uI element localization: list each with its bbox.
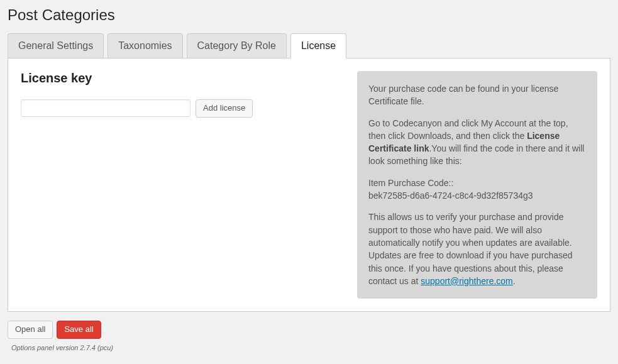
tab-category-by-role[interactable]: Category By Role	[187, 33, 287, 58]
license-panel: License key Add license Your purchase co…	[8, 58, 610, 312]
footer-actions: Open all Save all	[8, 312, 610, 341]
version-label: Options panel version 2.7.4 (pcu)	[8, 341, 610, 351]
info-paragraph-4: This allows us to verify your purchase a…	[368, 211, 586, 287]
info-paragraph-2: Go to Codecanyon and click My Account at…	[368, 117, 586, 168]
license-key-heading: License key	[21, 71, 332, 85]
license-info-box: Your purchase code can be found in your …	[357, 71, 597, 299]
example-purchase-code: bek72585-d6a6-4724-c8c4-9d32f85734g3	[368, 190, 533, 201]
save-all-button[interactable]: Save all	[57, 321, 101, 339]
tab-general-settings[interactable]: General Settings	[8, 33, 104, 58]
tab-license[interactable]: License	[290, 33, 346, 58]
open-all-button[interactable]: Open all	[8, 321, 53, 339]
tab-list: General Settings Taxonomies Category By …	[8, 33, 610, 58]
page-title: Post Categories	[8, 0, 610, 33]
info-paragraph-3: Item Purchase Code:: bek72585-d6a6-4724-…	[368, 177, 586, 202]
tab-taxonomies[interactable]: Taxonomies	[108, 33, 182, 58]
add-license-button[interactable]: Add license	[196, 99, 253, 118]
license-key-input[interactable]	[21, 99, 190, 117]
info-paragraph-1: Your purchase code can be found in your …	[368, 82, 586, 108]
support-email-link[interactable]: support@righthere.com	[421, 276, 513, 286]
